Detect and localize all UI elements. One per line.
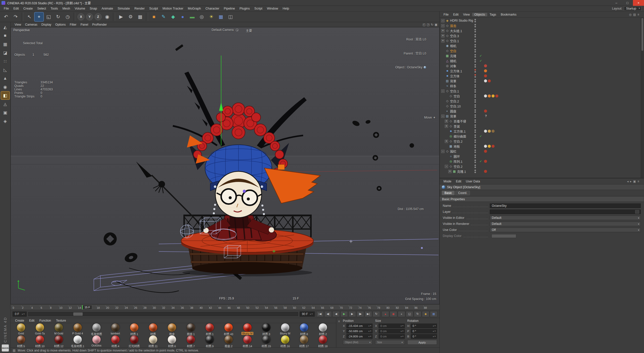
transport-button[interactable]: ◀ [332,311,340,317]
material-item[interactable]: 材质.12 [49,335,68,347]
record-button[interactable]: + [398,311,405,317]
menu-item[interactable]: Select [35,7,48,10]
coordinate-footer-control[interactable]: Apply▾ [407,340,437,345]
toolbar-icon[interactable]: ↷ [11,12,20,21]
transport-button[interactable]: |▶ [356,311,364,317]
attribute-value[interactable]: OctaneSky▾ [490,204,641,208]
tag-icons[interactable] [484,59,498,62]
expander[interactable]: - [441,150,445,153]
menu-item[interactable]: Sculpt [147,7,160,10]
material-item[interactable]: P Gold 4 [68,323,87,335]
panel-icon[interactable]: ▣ [633,180,636,183]
visibility-dots[interactable] [474,139,476,143]
tag-icons[interactable] [484,84,498,87]
attribute-tab[interactable]: Basic [442,191,455,195]
viewport-view-icon[interactable]: ◰ [423,23,425,26]
material-item[interactable]: 材质.3 [257,323,276,335]
visibility-dots[interactable] [474,84,476,88]
toolbar-icon[interactable]: ◷ [63,12,72,21]
material-preview[interactable] [36,323,44,332]
material-item[interactable]: 材质.6 [163,335,181,347]
tag-icons[interactable] [484,160,498,163]
toolbar-icon[interactable]: ⚙ [126,12,135,21]
material-preview[interactable] [55,335,63,344]
expander[interactable]: + [441,39,445,42]
object-tree-row[interactable]: ▦ 克隆 ✓ [440,53,644,58]
tag-icons[interactable] [484,115,498,118]
object-tree-row[interactable]: ◐ 圆盘 [440,109,644,114]
toolbar-icon[interactable]: ▦ [136,12,145,21]
material-item[interactable]: 材质.7 [181,335,200,347]
object-tree-row[interactable]: + ◇ 空白.2 [440,139,644,144]
object-name[interactable]: 百毒不侵 [454,119,466,124]
material-preview[interactable] [187,323,195,332]
material-item[interactable]: 材质.15 [257,335,276,347]
scrollbar-thumb[interactable] [641,18,643,51]
material-item[interactable]: 材质.8 [295,323,313,335]
panel-icon[interactable]: ▸ [630,180,632,183]
coordinate-field[interactable]: -50.689 cm▲▼ [346,329,373,333]
menu-item[interactable]: Pipeline [222,7,237,10]
material-item[interactable]: 材质.4 [106,335,125,347]
expander[interactable]: + [441,29,445,32]
material-preview[interactable] [17,335,25,344]
menu-item[interactable]: Render [132,7,147,10]
viewport-menu-item[interactable]: Cameras [23,23,39,26]
record-button[interactable]: ▦ [430,311,437,317]
visibility-dots[interactable] [474,74,476,78]
object-name[interactable]: 地板 [454,144,460,149]
timeline-ruler[interactable]: 0246810121416182022242628303234363840424… [11,304,439,310]
enabled-check[interactable]: ✓ [479,54,482,58]
object-tree-row[interactable]: - ▤ 背景 ? [440,114,644,119]
material-preview[interactable] [187,335,195,344]
toolbar-icon[interactable] [21,13,24,21]
view-label[interactable]: Perspective [13,28,30,32]
object-tree-row[interactable]: ■ 立方体.1 [440,68,644,73]
panel-grip-icon[interactable]: ≡ [338,320,340,323]
material-item[interactable]: 灯光材质 [125,335,144,347]
material-item[interactable]: 材质.10 [30,335,49,347]
viewport-canvas[interactable]: Perspective Selected Total Objects 1 562… [11,27,439,304]
visibility-dots[interactable] [474,99,476,103]
visibility-dots[interactable] [474,39,476,42]
tag-icons[interactable] [484,29,498,32]
toolbar-icon[interactable]: ■ [149,12,158,21]
enabled-check[interactable]: ✓ [479,59,482,63]
current-frame-marker[interactable]: 15 F [82,305,92,310]
object-manager-menu-item[interactable]: File [441,13,451,16]
object-name[interactable]: 立方体.1 [450,69,462,73]
material-item[interactable]: 材质.17 [295,335,313,347]
tag-icons[interactable] [484,44,498,47]
toolbar-icon[interactable]: ◫ [226,12,235,21]
coordinate-footer-control[interactable]: Size▾ [375,340,405,345]
timeline-slider[interactable] [28,312,298,316]
viewport-view-icon[interactable]: ▣ [435,23,437,26]
visibility-dots[interactable] [474,29,476,32]
material-item[interactable]: 材质.2 [313,323,332,335]
viewport-menu-item[interactable]: Options [53,23,68,26]
coordinate-field[interactable]: -15.434 cm▲▼ [346,324,373,328]
visibility-dots[interactable] [474,59,476,63]
tag-icons[interactable] [484,74,498,77]
object-name[interactable]: 背景 [450,114,456,119]
attribute-value[interactable]: ▾ [490,234,641,238]
expander[interactable]: + [448,170,452,173]
menu-item[interactable]: File [2,7,11,10]
viewport-menu-item[interactable]: Panel [78,23,90,26]
object-tree-row[interactable]: ○ 圆环 [440,154,644,159]
material-preview[interactable] [111,335,119,344]
tag-icons[interactable] [484,110,498,113]
visibility-dots[interactable] [474,89,476,93]
coordinate-field[interactable]: 0 cm▲▼ [379,324,405,328]
object-tree-row[interactable]: ◇ 空白 [440,48,644,53]
object-tree-row[interactable]: + ▦ 克隆.1 [440,169,644,174]
material-preview[interactable] [92,335,101,344]
side-toolbar-icon[interactable]: ◺ [1,66,10,74]
attribute-value[interactable]: ▾ [490,210,641,214]
layout-select[interactable]: Startup [624,6,641,11]
tag-icons[interactable] [484,89,498,92]
menu-item[interactable]: Character [203,7,222,10]
material-item[interactable]: 材质.16 [276,335,295,347]
visibility-dots[interactable] [474,64,476,68]
viewport-menu-item[interactable]: Display [39,23,53,26]
